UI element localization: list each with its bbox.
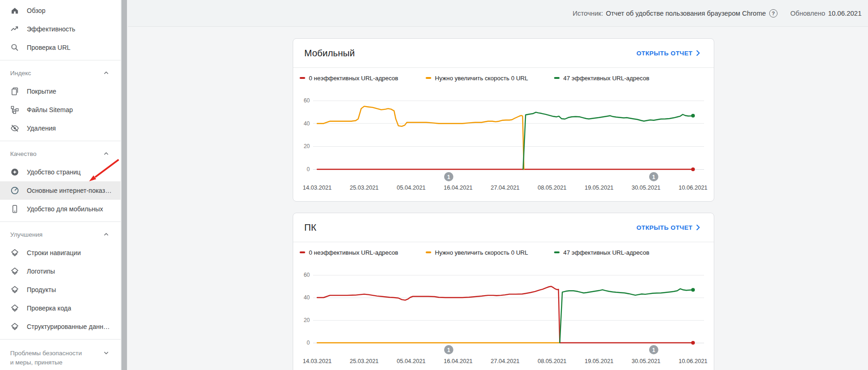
page-experience-icon [10,167,19,177]
search-icon [10,43,19,52]
card-mobile: Мобильный ОТКРЫТЬ ОТЧЕТ 0 неэффективных … [293,38,714,202]
legend-item-orange[interactable]: Нужно увеличить скорость 0 URL [426,249,554,256]
series-end-dot-green [691,114,695,118]
card-desktop: ПК ОТКРЫТЬ ОТЧЕТ 0 неэффективных URL-адр… [293,213,714,370]
x-tick-label: 14.03.2021 [303,185,332,191]
x-tick-label: 25.03.2021 [350,185,379,191]
annotation-badge[interactable]: 1 [649,172,658,181]
sidebar-scrollbar-thumb[interactable] [121,0,127,370]
sidebar-item[interactable]: Эффективность [0,20,121,38]
annotation-badge[interactable]: 1 [444,172,453,181]
sidebar-item[interactable]: Структурированные данн… [0,317,121,336]
sidebar-item-label: Структурированные данн… [27,323,110,330]
annotation-badge-label: 1 [652,347,656,353]
series-line-orange [317,106,524,169]
sidebar-item[interactable]: Логотипы [0,262,121,280]
sidebar-item[interactable]: Обзор [0,1,121,20]
sidebar-item[interactable]: Удаления [0,119,121,137]
y-tick-label: 40 [304,120,310,127]
sidebar-section-header[interactable]: Индекс [0,64,121,82]
home-icon [10,6,19,15]
enhancement-icon [10,285,19,294]
annotation-badge[interactable]: 1 [444,345,453,354]
sidebar-item[interactable]: Покрытие [0,82,121,101]
series-line-green [560,289,693,343]
sidebar-item-label: Покрытие [27,88,56,95]
sidebar-section-label: Улучшения [10,231,42,238]
sidebar-item[interactable]: Удобство для мобильных [0,200,121,218]
open-report-link-desktop[interactable]: ОТКРЫТЬ ОТЧЕТ [636,224,700,231]
chevron-up-icon[interactable] [102,150,110,157]
chevron-up-icon[interactable] [102,69,110,77]
x-tick-label: 08.05.2021 [537,358,567,364]
sidebar-section-header[interactable]: Качество [0,144,121,163]
x-tick-label: 14.03.2021 [303,358,332,364]
card-mobile-header: Мобильный ОТКРЫТЬ ОТЧЕТ [293,39,714,68]
annotation-badge-label: 1 [447,347,451,353]
sidebar-divider [0,221,121,222]
enhancement-icon [10,248,19,257]
x-tick-label: 05.04.2021 [397,185,426,191]
sidebar-item[interactable]: Файлы Sitemap [0,101,121,119]
sidebar-item-label: Обзор [27,7,45,14]
sitemap-icon [10,105,19,114]
updated-value: 10.06.2021 [828,10,862,17]
chevron-up-icon[interactable] [102,231,110,238]
sidebar-item[interactable]: Основные интернет-показ… [0,181,121,200]
series-line-green [523,112,693,169]
sidebar-item[interactable]: Проверка кода [0,299,121,317]
sidebar-item-label: Логотипы [27,268,55,275]
sidebar-item-label: Удаления [27,125,56,132]
y-tick-label: 0 [307,340,310,346]
trending-up-icon [10,24,19,34]
legend-dash-green [554,77,560,79]
legend-item-red[interactable]: 0 неэффективных URL-адресов [300,75,426,82]
x-tick-label: 27.04.2021 [491,358,520,364]
sidebar-item-label: Строки навигации [27,249,81,257]
enhancement-icon [10,267,19,276]
sidebar: ОбзорЭффективностьПроверка URLИндексПокр… [0,0,128,370]
sidebar-item[interactable]: Удобство страниц [0,163,121,181]
legend-item-green[interactable]: 47 эффективных URL-адресов [554,75,649,82]
x-tick-labels: 14.03.202125.03.202105.04.202116.04.2021… [303,358,708,364]
x-tick-label: 10.06.2021 [679,185,708,191]
legend-item-green[interactable]: 47 эффективных URL-адресов [554,249,649,256]
x-tick-label: 30.05.2021 [632,358,661,364]
sidebar-section-label: Качество [10,150,36,157]
legend-label: Нужно увеличить скорость 0 URL [435,249,528,256]
updated-label: Обновлено [790,10,826,17]
y-tick-label: 60 [304,272,310,278]
sidebar-item[interactable]: Продукты [0,280,121,299]
sidebar-item[interactable]: Проверка URL [0,38,121,57]
sidebar-scrollbar[interactable] [121,0,128,370]
legend-label: Нужно увеличить скорость 0 URL [435,75,528,82]
legend-item-orange[interactable]: Нужно увеличить скорость 0 URL [426,75,554,82]
card-desktop-header: ПК ОТКРЫТЬ ОТЧЕТ [293,213,714,242]
sidebar-section-header[interactable]: Проблемы безопасностии меры, принятые [0,343,121,370]
source-value: Отчет об удобстве пользования браузером … [606,10,766,17]
topbar: Источник: Отчет об удобстве пользования … [128,0,868,27]
annotation-badge-label: 1 [652,174,656,180]
chevron-down-icon[interactable] [102,349,110,357]
x-tick-label: 25.03.2021 [350,358,379,364]
sidebar-divider [0,141,121,141]
open-report-label: ОТКРЫТЬ ОТЧЕТ [636,224,693,231]
legend-label: 0 неэффективных URL-адресов [309,75,398,82]
series-end-dot-red [691,341,695,345]
gauge-icon [10,186,19,195]
sidebar-item-label: Продукты [27,286,56,293]
chevron-right-icon [696,225,700,230]
legend-label: 47 эффективных URL-адресов [563,75,649,82]
annotation-badge[interactable]: 1 [649,345,658,354]
eye-off-icon [10,124,19,133]
x-tick-label: 05.04.2021 [397,358,426,364]
sidebar-item[interactable]: Строки навигации [0,244,121,262]
y-tick-label: 20 [304,143,310,149]
legend-dash-orange [426,251,431,253]
sidebar-section-header[interactable]: Улучшения [0,225,121,244]
open-report-link-mobile[interactable]: ОТКРЫТЬ ОТЧЕТ [636,50,700,57]
chart-legend-mobile: 0 неэффективных URL-адресовНужно увеличи… [293,68,714,88]
legend-item-red[interactable]: 0 неэффективных URL-адресов [300,249,426,256]
question-circle-icon[interactable]: ? [769,9,778,18]
y-grid: 0204060 [304,97,704,173]
